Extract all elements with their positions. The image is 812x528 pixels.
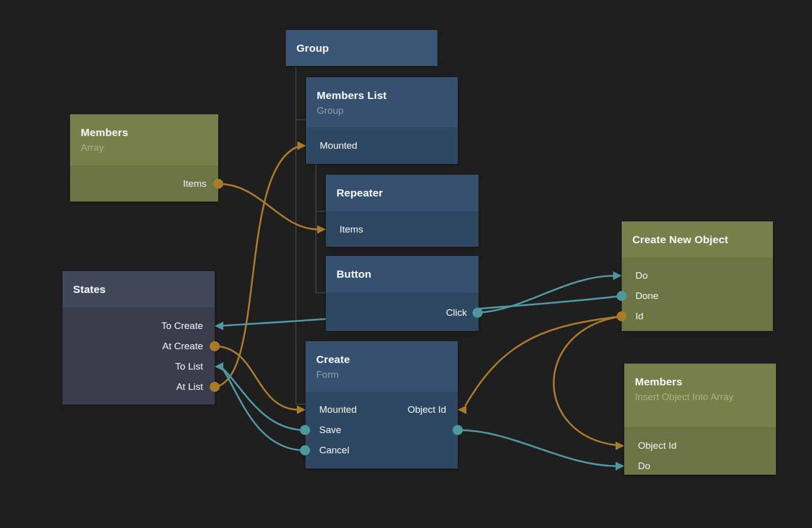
node-repeater[interactable]: Repeater Items [326, 175, 479, 247]
port-save[interactable]: Save [306, 420, 382, 440]
port-label: Click [446, 307, 467, 318]
node-title: Button [336, 267, 472, 281]
port-arrow-members-insert-object-id[interactable] [616, 442, 624, 450]
port-arrow-create-mounted[interactable] [297, 406, 306, 414]
port-label: Items [183, 178, 207, 189]
wire-click-to-cno-do[interactable] [478, 276, 615, 313]
wire-at-list-to-members-list-mounted[interactable] [215, 146, 299, 387]
port-object-id[interactable]: Object Id [382, 400, 458, 420]
node-title: Group [296, 41, 431, 55]
port-label: Object Id [408, 404, 446, 415]
port-arrow-members-insert-do[interactable] [616, 462, 624, 471]
port-label: Object Id [638, 440, 676, 451]
node-title: Repeater [336, 186, 472, 200]
port-click[interactable]: Click [326, 303, 479, 323]
port-object-id[interactable]: Object Id [624, 436, 776, 456]
node-title: Members List [317, 88, 452, 102]
port-label: Do [638, 460, 650, 471]
port-arrow-members-list-mounted[interactable] [297, 142, 306, 150]
wire-create-out-to-members-insert-do[interactable] [458, 430, 618, 466]
port-to-create[interactable]: To Create [62, 316, 215, 336]
node-subtitle: Form [316, 368, 452, 381]
port-arrow-repeater-items[interactable] [317, 225, 326, 234]
node-members-insert[interactable]: Members Insert Object Into Array Object … [624, 364, 776, 475]
node-states[interactable]: States To Create At Create To List At Li… [62, 271, 215, 405]
port-label: To List [175, 361, 203, 372]
node-title: Create [316, 352, 452, 366]
node-create-new-object[interactable]: Create New Object Do Done Id [622, 221, 773, 331]
port-label: Mounted [320, 140, 357, 151]
port-at-list[interactable]: At List [62, 377, 215, 397]
port-label: Done [635, 290, 658, 301]
port-arrow-create-object-id[interactable] [458, 406, 466, 414]
port-label: Mounted [319, 404, 357, 415]
port-label: Cancel [319, 445, 349, 455]
port-mounted[interactable]: Mounted [306, 136, 458, 156]
port-to-list[interactable]: To List [62, 356, 215, 377]
node-title: Members [635, 375, 770, 388]
port-label: At Create [162, 341, 203, 351]
port-arrow-cno-do[interactable] [613, 272, 622, 280]
port-label: Do [635, 270, 648, 281]
wire-id-to-members-insert-object-id[interactable] [554, 316, 622, 445]
port-items[interactable]: Items [326, 219, 479, 240]
node-group[interactable]: Group [286, 30, 437, 66]
port-items[interactable]: Items [70, 174, 218, 194]
node-members-array[interactable]: Members Array Items [70, 114, 218, 202]
node-button[interactable]: Button Click [326, 256, 479, 331]
port-label: At List [176, 381, 203, 392]
port-mounted[interactable]: Mounted [306, 400, 382, 420]
node-editor-canvas[interactable]: Group Members List Group Mounted Members… [0, 0, 812, 528]
node-create-form[interactable]: Create Form Mounted Save Cancel Object I… [306, 341, 458, 469]
wire-at-create-to-create-mounted[interactable] [215, 346, 299, 410]
node-subtitle: Group [317, 104, 452, 117]
port-id[interactable]: Id [622, 306, 773, 326]
port-do[interactable]: Do [624, 456, 776, 476]
port-arrow-states-to-create[interactable] [215, 322, 223, 331]
node-subtitle: Array [81, 141, 212, 154]
node-title: Members [81, 125, 212, 139]
port-do[interactable]: Do [622, 266, 773, 286]
port-done[interactable]: Done [622, 286, 773, 306]
node-subtitle: Insert Object Into Array [635, 390, 734, 404]
port-label: Items [340, 224, 363, 235]
node-title: Create New Object [632, 233, 767, 246]
wire-save-to-states-to-list[interactable] [223, 369, 305, 430]
wire-id-to-create-object-id[interactable] [465, 316, 622, 406]
port-at-create[interactable]: At Create [62, 336, 215, 356]
port-cancel[interactable]: Cancel [306, 440, 382, 460]
wire-members-items-to-repeater-items[interactable] [218, 184, 319, 229]
node-title: States [73, 282, 209, 296]
port-label: Id [635, 311, 644, 321]
port-arrow-states-to-list[interactable] [215, 362, 223, 371]
wire-cancel-to-states-to-list[interactable] [223, 370, 305, 450]
node-members-list[interactable]: Members List Group Mounted [306, 77, 458, 164]
port-label: To Create [161, 320, 203, 331]
port-label: Save [319, 424, 341, 435]
